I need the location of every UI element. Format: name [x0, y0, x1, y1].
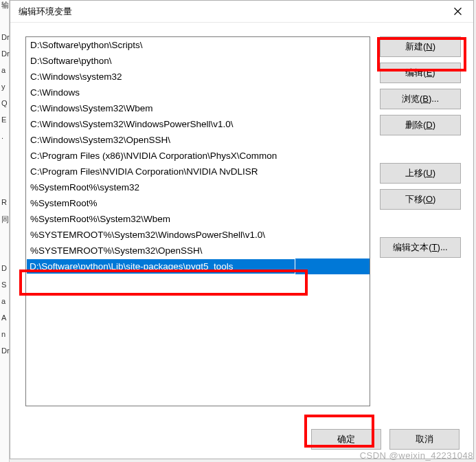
list-item[interactable]: %SYSTEMROOT%\System32\OpenSSH\: [26, 243, 370, 258]
dialog-title: 编辑环境变量: [19, 6, 72, 18]
move-up-button[interactable]: 上移(U): [380, 163, 461, 184]
close-button[interactable]: [442, 1, 473, 23]
list-item[interactable]: C:\Program Files (x86)\NVIDIA Corporatio…: [26, 148, 370, 164]
delete-button[interactable]: 删除(D): [380, 115, 461, 135]
list-item[interactable]: C:\Windows\System32\WindowsPowerShell\v1…: [26, 116, 370, 132]
list-item[interactable]: C:\Windows\system32: [26, 69, 370, 85]
close-icon: [454, 8, 462, 15]
list-item[interactable]: C:\Program Files\NVIDIA Corporation\NVID…: [26, 164, 370, 179]
env-var-dialog: 编辑环境变量 D:\Software\python\Scripts\D:\Sof…: [10, 0, 474, 459]
edit-text-button-label: 编辑文本(T)...: [393, 241, 447, 254]
list-item[interactable]: D:\Software\python\: [26, 53, 370, 69]
list-item[interactable]: %SystemRoot%: [26, 195, 370, 211]
list-item[interactable]: D:\Software\python\Scripts\: [26, 37, 370, 53]
edit-button[interactable]: 编辑(E): [380, 63, 461, 83]
ok-button[interactable]: 确定: [311, 429, 381, 450]
list-item[interactable]: %SYSTEMROOT%\System32\WindowsPowerShell\…: [26, 227, 370, 243]
new-button[interactable]: 新建(N): [380, 36, 461, 57]
edit-text-button[interactable]: 编辑文本(T)...: [380, 237, 461, 258]
list-item[interactable]: %SystemRoot%\system32: [26, 179, 370, 195]
cancel-button[interactable]: 取消: [389, 429, 460, 450]
move-up-button-label: 上移(U): [405, 167, 435, 179]
background-strip: 输DrDrayQE.R同DSaAnDr: [0, 0, 10, 462]
dialog-content: D:\Software\python\Scripts\D:\Software\p…: [10, 23, 473, 420]
list-item[interactable]: %SystemRoot%\System32\Wbem: [26, 211, 370, 227]
path-listbox[interactable]: D:\Software\python\Scripts\D:\Software\p…: [25, 36, 370, 406]
titlebar: 编辑环境变量: [10, 1, 473, 23]
delete-button-label: 删除(D): [405, 119, 435, 131]
list-item[interactable]: C:\Windows: [26, 85, 370, 100]
edit-button-label: 编辑(E): [405, 67, 435, 79]
side-button-column: 新建(N) 编辑(E) 浏览(B)... 删除(D) 上移(U) 下移(O) 编…: [380, 36, 461, 412]
browse-button[interactable]: 浏览(B)...: [380, 89, 461, 109]
move-down-button[interactable]: 下移(O): [380, 189, 461, 210]
browse-button-label: 浏览(B)...: [402, 93, 439, 105]
list-item[interactable]: C:\Windows\System32\Wbem: [26, 100, 370, 116]
move-down-button-label: 下移(O): [405, 193, 436, 206]
watermark-text: CSDN @weixin_42231048: [360, 450, 473, 461]
new-button-label: 新建(N): [405, 41, 435, 53]
path-edit-input[interactable]: [27, 259, 295, 274]
list-item-editing[interactable]: [26, 258, 370, 274]
list-item[interactable]: C:\Windows\System32\OpenSSH\: [26, 132, 370, 148]
